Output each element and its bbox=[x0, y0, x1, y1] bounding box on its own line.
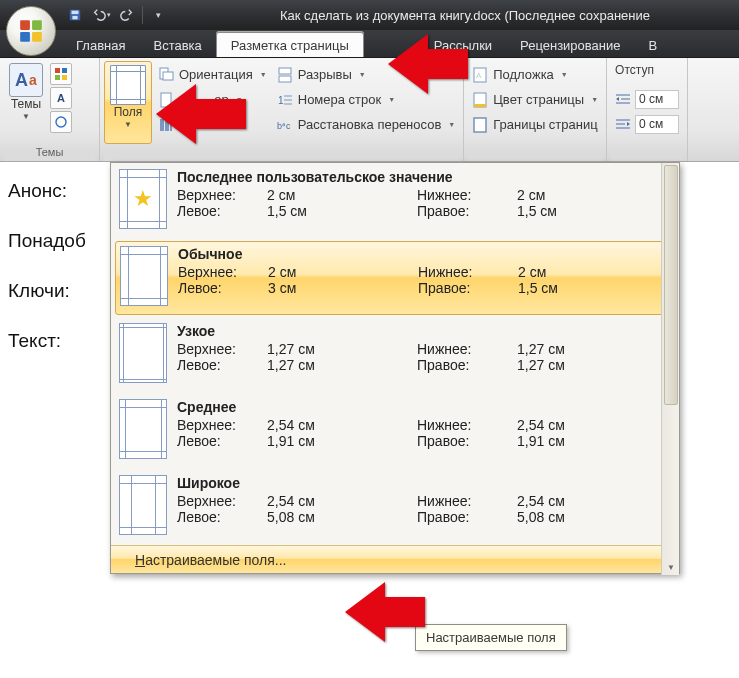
tab-insert[interactable]: Вставка bbox=[139, 33, 215, 57]
svg-rect-3 bbox=[32, 32, 42, 42]
undo-icon bbox=[92, 8, 106, 22]
chevron-down-icon: ▼ bbox=[22, 112, 30, 121]
window-title: Как сделать из документа книгу.docx (Пос… bbox=[171, 8, 739, 23]
theme-fonts-button[interactable]: A bbox=[50, 87, 72, 109]
redo-button[interactable] bbox=[114, 4, 140, 26]
watermark-icon: A bbox=[472, 67, 488, 83]
svg-rect-7 bbox=[55, 68, 60, 73]
office-logo-icon bbox=[18, 18, 44, 44]
chevron-down-icon: ▼ bbox=[561, 71, 568, 78]
margin-option-title: Широкое bbox=[177, 475, 671, 491]
scroll-thumb[interactable] bbox=[664, 165, 678, 405]
svg-rect-9 bbox=[55, 75, 60, 80]
hyphenation-button[interactable]: bᵃcРасстановка переносов▼ bbox=[273, 113, 460, 136]
svg-rect-28 bbox=[474, 104, 486, 107]
undo-button[interactable]: ▾ bbox=[88, 4, 114, 26]
indent-left[interactable]: 0 см bbox=[611, 88, 683, 111]
indent-right[interactable]: 0 см bbox=[611, 113, 683, 136]
annotation-arrow bbox=[345, 582, 425, 642]
breaks-icon bbox=[277, 67, 293, 83]
colors-icon bbox=[54, 67, 68, 81]
themes-button[interactable]: Aa Темы ▼ bbox=[4, 61, 48, 121]
group-page-background: AПодложка▼ Цвет страницы▼ Границы страни… bbox=[464, 58, 607, 161]
scroll-down-button[interactable]: ▼ bbox=[662, 559, 680, 575]
orientation-button[interactable]: Ориентация▼ bbox=[154, 63, 271, 86]
annotation-arrow bbox=[156, 84, 246, 144]
indent-left-icon bbox=[615, 91, 631, 107]
scrollbar[interactable]: ▼ bbox=[661, 163, 679, 575]
margin-preview-icon: ★ bbox=[119, 169, 167, 229]
redo-icon bbox=[120, 8, 134, 22]
margins-icon bbox=[110, 65, 146, 105]
hyphenation-icon: bᵃc bbox=[277, 117, 293, 133]
svg-rect-13 bbox=[163, 72, 173, 80]
fonts-icon: A bbox=[57, 92, 65, 104]
qat-separator bbox=[142, 6, 143, 24]
group-label-themes: Темы bbox=[4, 144, 95, 161]
svg-rect-0 bbox=[20, 20, 30, 30]
tab-review[interactable]: Рецензирование bbox=[506, 33, 634, 57]
chevron-down-icon: ▼ bbox=[591, 96, 598, 103]
orientation-icon bbox=[158, 67, 174, 83]
margin-preview-icon bbox=[120, 246, 168, 306]
svg-rect-18 bbox=[279, 68, 291, 74]
margin-option[interactable]: ★ Последнее пользовательское значение Ве… bbox=[111, 163, 679, 239]
svg-rect-5 bbox=[72, 11, 79, 15]
indent-left-value[interactable]: 0 см bbox=[635, 90, 679, 109]
line-numbers-icon: 1 bbox=[277, 92, 293, 108]
page-color-button[interactable]: Цвет страницы▼ bbox=[468, 88, 602, 111]
page-borders-button[interactable]: Границы страниц bbox=[468, 113, 602, 136]
margin-option[interactable]: Узкое Верхнее:1,27 смНижнее:1,27 см Лево… bbox=[111, 317, 679, 393]
tab-page-layout[interactable]: Разметка страницы bbox=[216, 32, 364, 57]
page-borders-icon bbox=[472, 117, 488, 133]
margin-option[interactable]: Обычное Верхнее:2 смНижнее:2 см Левое:3 … bbox=[115, 241, 675, 315]
svg-text:A: A bbox=[476, 71, 482, 80]
ribbon-tabs: Главная Вставка Разметка страницы Рассыл… bbox=[0, 30, 739, 58]
margin-option-title: Узкое bbox=[177, 323, 671, 339]
indent-right-icon bbox=[615, 116, 631, 132]
save-button[interactable] bbox=[62, 4, 88, 26]
margin-option[interactable]: Среднее Верхнее:2,54 смНижнее:2,54 см Ле… bbox=[111, 393, 679, 469]
margin-preview-icon bbox=[119, 323, 167, 383]
title-bar: ▾ ▾ Как сделать из документа книгу.docx … bbox=[0, 0, 739, 30]
margin-preview-icon bbox=[119, 475, 167, 535]
margin-option[interactable]: Широкое Верхнее:2,54 смНижнее:2,54 см Ле… bbox=[111, 469, 679, 545]
annotation-arrow bbox=[388, 34, 468, 94]
tooltip: Настраиваемые поля bbox=[415, 624, 567, 651]
svg-text:bᵃc: bᵃc bbox=[277, 121, 291, 131]
svg-rect-1 bbox=[32, 20, 42, 30]
tab-view-partial[interactable]: В bbox=[635, 33, 672, 57]
theme-colors-button[interactable] bbox=[50, 63, 72, 85]
chevron-down-icon: ▼ bbox=[124, 120, 132, 129]
svg-marker-37 bbox=[156, 84, 246, 144]
ribbon: Aa Темы ▼ A Темы Поля ▼ Ориентация▼ Разм… bbox=[0, 58, 739, 162]
qat-customize[interactable]: ▾ bbox=[145, 4, 171, 26]
chevron-down-icon: ▼ bbox=[260, 71, 267, 78]
svg-marker-38 bbox=[345, 582, 425, 642]
watermark-button[interactable]: AПодложка▼ bbox=[468, 63, 602, 86]
page-color-icon bbox=[472, 92, 488, 108]
indent-heading: Отступ bbox=[611, 61, 683, 79]
svg-rect-10 bbox=[62, 75, 67, 80]
margin-option-title: Среднее bbox=[177, 399, 671, 415]
group-indent: Отступ 0 см 0 см bbox=[607, 58, 688, 161]
custom-margins-button[interactable]: Настраиваемые поля... bbox=[111, 545, 679, 573]
svg-point-11 bbox=[56, 117, 66, 127]
indent-right-value[interactable]: 0 см bbox=[635, 115, 679, 134]
chevron-down-icon: ▼ bbox=[448, 121, 455, 128]
group-themes: Aa Темы ▼ A Темы bbox=[0, 58, 100, 161]
margins-button[interactable]: Поля ▼ bbox=[104, 61, 152, 144]
theme-effects-button[interactable] bbox=[50, 111, 72, 133]
svg-rect-8 bbox=[62, 68, 67, 73]
svg-rect-6 bbox=[72, 16, 77, 20]
tab-home[interactable]: Главная bbox=[62, 33, 139, 57]
svg-marker-36 bbox=[388, 34, 468, 94]
themes-icon: Aa bbox=[9, 63, 43, 97]
quick-access-toolbar: ▾ ▾ bbox=[62, 4, 171, 26]
chevron-down-icon: ▼ bbox=[359, 71, 366, 78]
svg-rect-19 bbox=[279, 76, 291, 82]
margins-gallery: ★ Последнее пользовательское значение Ве… bbox=[110, 162, 680, 574]
svg-rect-29 bbox=[474, 118, 486, 132]
office-button[interactable] bbox=[6, 6, 56, 56]
save-icon bbox=[68, 8, 82, 22]
